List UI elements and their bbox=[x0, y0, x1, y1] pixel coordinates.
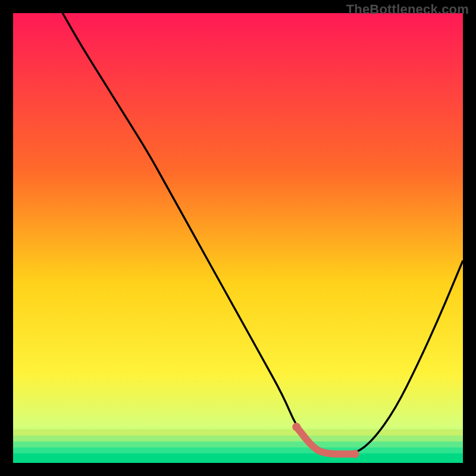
optimal-highlight bbox=[13, 13, 463, 463]
plot-frame bbox=[13, 13, 463, 463]
chart-stage: TheBottleneck.com bbox=[0, 0, 476, 476]
svg-point-6 bbox=[292, 423, 300, 431]
svg-point-7 bbox=[351, 450, 359, 458]
watermark-text: TheBottleneck.com bbox=[346, 2, 469, 17]
plot-area bbox=[13, 13, 463, 463]
